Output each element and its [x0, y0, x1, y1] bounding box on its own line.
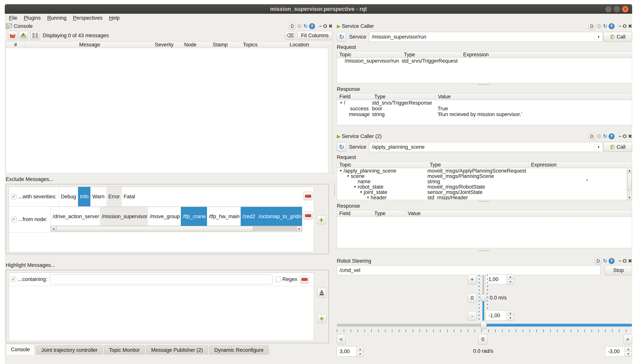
- node-item[interactable]: /octomap_to_gridn: [257, 207, 302, 226]
- col-expression[interactable]: Expression: [461, 51, 632, 58]
- response-row[interactable]: message string 'Run recieved by mission …: [337, 112, 632, 117]
- severity-item-fatal[interactable]: Fatal: [122, 187, 137, 206]
- expander-icon[interactable]: ▼: [339, 101, 344, 104]
- angular-left-button[interactable]: <: [337, 334, 346, 344]
- col-message[interactable]: Message: [26, 42, 154, 48]
- node-item[interactable]: /tfp_hw_main: [207, 207, 241, 226]
- containing-filter-checkbox[interactable]: ✓: [11, 277, 16, 282]
- containing-filter-input[interactable]: [50, 274, 273, 284]
- dock-button[interactable]: D: [588, 133, 595, 140]
- scrollbar-thumb[interactable]: [627, 173, 631, 190]
- remove-node-filter-button[interactable]: [304, 211, 313, 220]
- spin-up-icon[interactable]: ▴: [507, 274, 514, 280]
- node-filter-checkbox[interactable]: ✓: [11, 217, 17, 222]
- call-service-button[interactable]: ✆ Call: [603, 142, 632, 152]
- col-expression[interactable]: Expression: [529, 162, 632, 168]
- col-type[interactable]: Type: [428, 162, 529, 168]
- menu-file[interactable]: File: [9, 15, 21, 21]
- response-row[interactable]: ▼/ std_srvs/TriggerResponse: [337, 100, 632, 106]
- angular-max-spinbox[interactable]: 3,00 ▴▾: [337, 346, 364, 356]
- angular-slider-track-right[interactable]: [486, 324, 632, 326]
- sc2-request-table[interactable]: Topic Type Expression ▼/apply_planning_s…: [337, 161, 632, 200]
- dock-float-icon[interactable]: O: [323, 23, 327, 29]
- linear-max-spinbox[interactable]: 1,00 ▴▾: [486, 274, 514, 284]
- menu-perspectives[interactable]: Perspectives: [73, 15, 106, 21]
- spin-up-icon[interactable]: ▴: [625, 346, 632, 352]
- save-messages-button[interactable]: [19, 31, 28, 40]
- add-highlight-filter-button[interactable]: +: [317, 314, 326, 323]
- tab-topic-monitor[interactable]: Topic Monitor: [104, 346, 145, 355]
- node-item[interactable]: /mission_supervisor: [100, 207, 148, 226]
- call-service-play-icon[interactable]: ▶: [337, 134, 341, 139]
- col-number[interactable]: #: [6, 42, 26, 48]
- col-location[interactable]: Location: [266, 42, 332, 48]
- scroll-right-button[interactable]: ▸: [297, 226, 302, 231]
- request-tree-row[interactable]: ▼joint_state sensor_msgs/JointState: [337, 190, 632, 195]
- dock-close-icon[interactable]: ✖: [628, 258, 632, 264]
- linear-slider-track-upper[interactable]: [483, 275, 484, 298]
- col-node[interactable]: Node: [174, 42, 206, 48]
- window-close-button[interactable]: ✕: [622, 6, 629, 12]
- tab-dynamic-reconfigure[interactable]: Dynamic Reconfigure: [209, 346, 269, 355]
- call-service-button[interactable]: ✆ Call: [603, 32, 632, 42]
- dock-minimize-icon[interactable]: −: [618, 23, 621, 29]
- expander-icon[interactable]: ▼: [352, 185, 358, 188]
- sc2-response-table[interactable]: Field Type Value: [337, 210, 632, 248]
- col-topic[interactable]: Topic: [337, 51, 402, 58]
- node-item[interactable]: /tfp_crane: [181, 207, 207, 226]
- service-combobox[interactable]: /apply_planning_scene ▼: [369, 142, 603, 152]
- node-list-scrollbar[interactable]: ◂ ▸: [51, 226, 302, 232]
- request-tree-row[interactable]: ▼header std_msgs/Header: [337, 195, 632, 200]
- dock-minimize-icon[interactable]: −: [319, 23, 322, 29]
- severity-item-error[interactable]: Error: [106, 187, 122, 206]
- linear-min-spinbox[interactable]: -1,00 ▴▾: [486, 310, 514, 321]
- service-combobox[interactable]: /mission_supervisor/run ▼: [369, 32, 603, 42]
- help-icon[interactable]: ?: [609, 134, 614, 139]
- angular-slider-handle[interactable]: [481, 322, 487, 329]
- spin-down-icon[interactable]: ▾: [507, 316, 514, 321]
- scroll-down-button[interactable]: ▾: [627, 195, 632, 200]
- request-tree-row[interactable]: ▼robot_state moveit_msgs/RobotState: [337, 184, 632, 190]
- col-topics[interactable]: Topics: [234, 42, 266, 48]
- tab-joint-trajectory-controller[interactable]: Joint trajectory controller: [36, 346, 103, 355]
- remove-severity-filter-button[interactable]: [304, 192, 313, 200]
- console-message-table[interactable]: # Message Severity Node Stamp Topics Loc…: [6, 41, 333, 173]
- angular-right-button[interactable]: >: [623, 334, 632, 344]
- window-maximize-button[interactable]: ▢: [613, 6, 620, 12]
- sc1-request-table[interactable]: Topic Type Expression /mission_superviso…: [337, 51, 632, 83]
- col-field[interactable]: Field: [337, 93, 372, 100]
- menu-running[interactable]: Running: [47, 15, 70, 21]
- regex-checkbox[interactable]: [276, 277, 281, 282]
- load-messages-button[interactable]: [8, 31, 17, 40]
- dock-close-icon[interactable]: ✖: [328, 23, 333, 29]
- reload-icon[interactable]: ↻: [603, 23, 607, 29]
- severity-filter-checkbox[interactable]: ✓: [11, 194, 17, 199]
- dock-minimize-icon[interactable]: −: [618, 134, 621, 139]
- dock-minimize-icon[interactable]: −: [618, 258, 621, 264]
- dock-float-icon[interactable]: O: [623, 258, 626, 264]
- col-type[interactable]: Type: [372, 210, 405, 217]
- request-row[interactable]: /mission_supervisor/run std_srvs/Trigger…: [337, 58, 632, 64]
- node-item[interactable]: /zed2: [241, 207, 257, 226]
- node-item[interactable]: /move_group: [148, 207, 181, 226]
- expander-icon[interactable]: ▼: [338, 169, 343, 172]
- tab-message-publisher[interactable]: Message Publisher (2): [146, 346, 208, 355]
- expander-icon[interactable]: ▼: [365, 196, 371, 199]
- linear-increase-button[interactable]: +: [468, 274, 477, 284]
- expander-icon[interactable]: ▼: [358, 190, 364, 194]
- dock-close-icon[interactable]: ✖: [628, 23, 632, 29]
- col-stamp[interactable]: Stamp: [206, 42, 234, 48]
- dock-button[interactable]: D: [595, 258, 601, 264]
- col-field[interactable]: Field: [337, 210, 372, 217]
- reload-icon[interactable]: ↻: [603, 258, 607, 264]
- refresh-services-button[interactable]: ↻: [337, 32, 346, 42]
- menu-plugins[interactable]: Plugins: [24, 15, 45, 21]
- panel-splitter-handle[interactable]: [334, 184, 335, 196]
- sc1-response-table[interactable]: Field Type Value ▼/ std_srvs/TriggerResp…: [337, 93, 632, 125]
- clear-messages-button[interactable]: ⌫: [285, 31, 295, 40]
- col-type[interactable]: Type: [402, 51, 461, 58]
- help-icon[interactable]: ?: [609, 258, 614, 264]
- stop-button[interactable]: Stop: [605, 265, 632, 275]
- request-tree-scrollbar[interactable]: ▴ ▾: [627, 168, 632, 200]
- severity-item-debug[interactable]: Debug: [59, 187, 78, 206]
